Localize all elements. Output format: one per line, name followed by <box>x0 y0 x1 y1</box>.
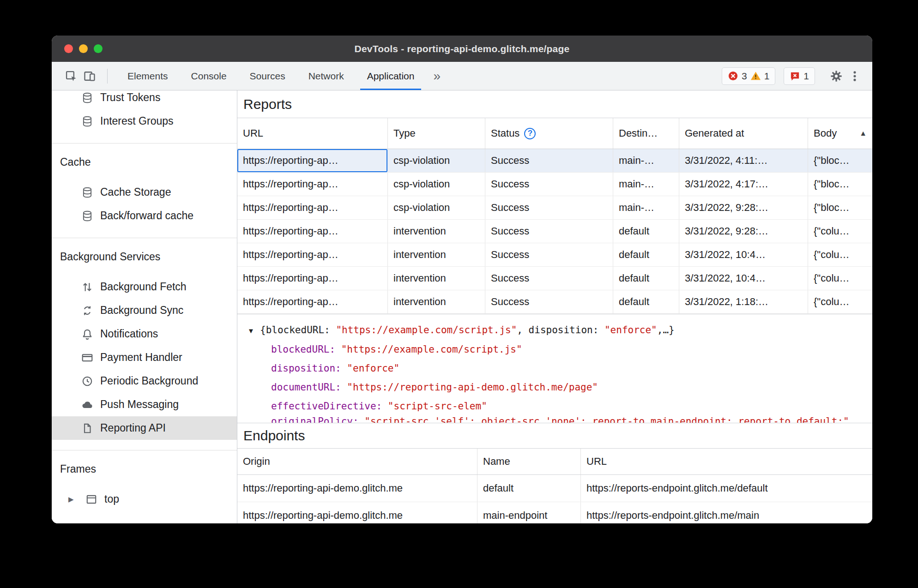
report-row[interactable]: https://reporting-ap…csp-violationSucces… <box>237 196 872 220</box>
endpoint-cell[interactable]: main-endpoint <box>477 502 581 523</box>
report-cell[interactable]: default <box>613 243 679 266</box>
report-cell[interactable]: csp-violation <box>388 196 485 219</box>
report-cell[interactable]: https://reporting-ap… <box>237 267 388 290</box>
close-button[interactable] <box>64 44 73 53</box>
report-cell[interactable]: default <box>613 220 679 243</box>
report-cell[interactable]: Success <box>485 290 613 313</box>
report-cell[interactable]: {"colu… <box>808 243 872 266</box>
tab-application[interactable]: Application <box>356 62 426 90</box>
sidebar-item-background-fetch[interactable]: Background Fetch <box>52 275 237 299</box>
sidebar-item-back-forward-cache[interactable]: Back/forward cache <box>52 204 237 228</box>
report-cell[interactable]: https://reporting-ap… <box>237 149 388 172</box>
report-cell[interactable]: main-… <box>613 173 679 196</box>
report-cell[interactable]: default <box>613 290 679 313</box>
report-cell[interactable]: main-… <box>613 196 679 219</box>
disclosure-triangle-icon[interactable]: ▶ <box>68 495 79 504</box>
sidebar-item-payment-handler[interactable]: Payment Handler <box>52 346 237 369</box>
report-cell[interactable]: 3/31/2022, 10:4… <box>679 267 808 290</box>
report-cell[interactable]: 3/31/2022, 9:28:… <box>679 220 808 243</box>
tab-elements[interactable]: Elements <box>116 62 180 90</box>
endpoints-column-header-name[interactable]: Name <box>477 449 581 474</box>
endpoints-column-header-origin[interactable]: Origin <box>237 449 477 474</box>
tab-sources[interactable]: Sources <box>238 62 297 90</box>
report-cell[interactable]: 3/31/2022, 10:4… <box>679 243 808 266</box>
sidebar-item-periodic-background[interactable]: Periodic Background <box>52 369 237 393</box>
report-cell[interactable]: main-… <box>613 149 679 172</box>
sidebar-item-cache-storage[interactable]: Cache Storage <box>52 180 237 204</box>
report-row[interactable]: https://reporting-ap…csp-violationSucces… <box>237 173 872 196</box>
preview-summary-line[interactable]: ▼{blockedURL: "https://example.com/scrip… <box>248 321 867 340</box>
report-cell[interactable]: default <box>613 267 679 290</box>
report-cell[interactable]: 3/31/2022, 9:28:… <box>679 196 808 219</box>
report-cell[interactable]: https://reporting-ap… <box>237 243 388 266</box>
console-status-badge[interactable]: 3 1 <box>722 67 775 85</box>
reports-column-header-type[interactable]: Type <box>388 118 485 149</box>
inspect-element-button[interactable] <box>62 67 80 85</box>
reports-column-header-destin[interactable]: Destin… <box>613 118 679 149</box>
status-help-icon[interactable]: ? <box>524 128 536 139</box>
report-cell[interactable]: Success <box>485 196 613 219</box>
endpoint-row[interactable]: https://reporting-api-demo.glitch.medefa… <box>237 475 872 502</box>
report-cell[interactable]: {"colu… <box>808 267 872 290</box>
zoom-button[interactable] <box>94 44 103 53</box>
sidebar-item-label: top <box>104 493 119 505</box>
endpoint-cell[interactable]: https://reports-endpoint.glitch.me/main <box>581 502 872 523</box>
sidebar-item-push-messaging[interactable]: Push Messaging <box>52 393 237 416</box>
issues-badge[interactable]: 1 <box>784 67 815 85</box>
report-row[interactable]: https://reporting-ap…interventionSuccess… <box>237 267 872 290</box>
report-cell[interactable]: {"bloc… <box>808 149 872 172</box>
sidebar-item-interest-groups[interactable]: Interest Groups <box>52 109 237 133</box>
report-cell[interactable]: https://reporting-ap… <box>237 196 388 219</box>
tab-console[interactable]: Console <box>180 62 238 90</box>
collapse-triangle-icon[interactable]: ▼ <box>248 321 260 340</box>
sidebar-item-trust-tokens[interactable]: Trust Tokens <box>52 90 237 109</box>
report-cell[interactable]: intervention <box>388 220 485 243</box>
report-cell[interactable]: Success <box>485 173 613 196</box>
report-cell[interactable]: Success <box>485 220 613 243</box>
more-tabs-button[interactable]: » <box>426 69 448 84</box>
report-cell[interactable]: intervention <box>388 290 485 313</box>
report-row[interactable]: https://reporting-ap…interventionSuccess… <box>237 290 872 314</box>
sidebar-item-notifications[interactable]: Notifications <box>52 322 237 346</box>
report-cell[interactable]: Success <box>485 243 613 266</box>
property-name: disposition: <box>271 363 341 374</box>
report-cell[interactable]: 3/31/2022, 4:11:… <box>679 149 808 172</box>
more-options-kebab-button[interactable] <box>846 67 864 85</box>
sidebar-item-background-sync[interactable]: Background Sync <box>52 299 237 322</box>
titlebar[interactable]: DevTools - reporting-api-demo.glitch.me/… <box>52 36 872 62</box>
tab-network[interactable]: Network <box>297 62 356 90</box>
report-row[interactable]: https://reporting-ap…interventionSuccess… <box>237 220 872 243</box>
reports-column-header-url[interactable]: URL <box>237 118 388 149</box>
report-cell[interactable]: https://reporting-ap… <box>237 220 388 243</box>
report-row[interactable]: https://reporting-ap…interventionSuccess… <box>237 243 872 267</box>
report-cell[interactable]: https://reporting-ap… <box>237 290 388 313</box>
report-cell[interactable]: intervention <box>388 243 485 266</box>
endpoint-row[interactable]: https://reporting-api-demo.glitch.memain… <box>237 502 872 523</box>
reports-column-header-body[interactable]: Body▲ <box>808 118 872 149</box>
reports-column-header-status[interactable]: Status? <box>485 118 613 149</box>
report-cell[interactable]: 3/31/2022, 4:17:… <box>679 173 808 196</box>
report-cell[interactable]: Success <box>485 149 613 172</box>
report-cell[interactable]: csp-violation <box>388 173 485 196</box>
report-cell[interactable]: Success <box>485 267 613 290</box>
report-cell[interactable]: {"bloc… <box>808 196 872 219</box>
device-toolbar-button[interactable] <box>80 67 99 85</box>
endpoints-column-header-url[interactable]: URL <box>581 449 872 474</box>
report-cell[interactable]: {"colu… <box>808 290 872 313</box>
settings-gear-button[interactable] <box>827 67 846 85</box>
report-cell[interactable]: https://reporting-ap… <box>237 173 388 196</box>
sidebar-item-reporting-api[interactable]: Reporting API <box>52 416 237 440</box>
endpoint-cell[interactable]: https://reporting-api-demo.glitch.me <box>237 475 477 502</box>
report-cell[interactable]: {"colu… <box>808 220 872 243</box>
endpoint-cell[interactable]: https://reports-endpoint.glitch.me/defau… <box>581 475 872 502</box>
sidebar-item-top[interactable]: ▶top <box>52 487 237 511</box>
report-cell[interactable]: {"bloc… <box>808 173 872 196</box>
report-row[interactable]: https://reporting-ap…csp-violationSucces… <box>237 149 872 173</box>
report-cell[interactable]: csp-violation <box>388 149 485 172</box>
endpoint-cell[interactable]: https://reporting-api-demo.glitch.me <box>237 502 477 523</box>
reports-column-header-generated-at[interactable]: Generated at <box>679 118 808 149</box>
report-cell[interactable]: 3/31/2022, 1:18:… <box>679 290 808 313</box>
endpoint-cell[interactable]: default <box>477 475 581 502</box>
report-cell[interactable]: intervention <box>388 267 485 290</box>
minimize-button[interactable] <box>79 44 88 53</box>
